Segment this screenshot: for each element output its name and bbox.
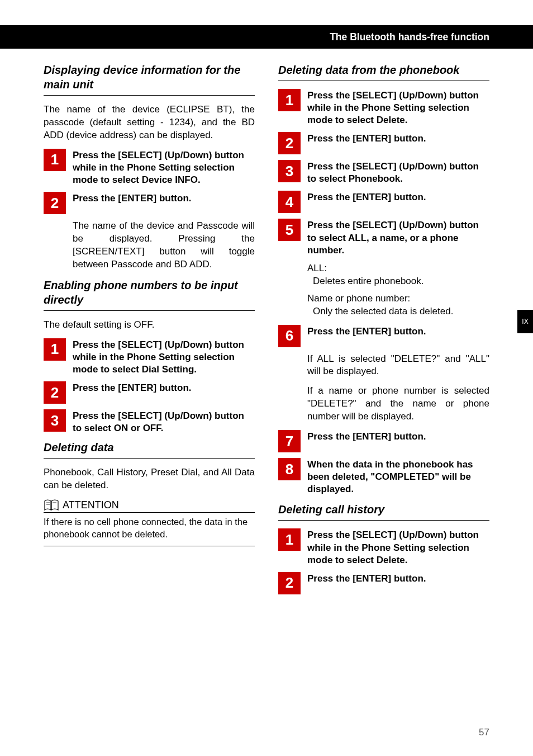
step-text: When the data in the phonebook has been … [307, 458, 489, 495]
section-intro: The default setting is OFF. [44, 319, 255, 332]
step-text: Press the [ENTER] button. [307, 325, 489, 347]
step-subtext: If ALL is selected "DELETE?" and "ALL" w… [307, 353, 489, 379]
right-column: Deleting data from the phonebook 1 Press… [278, 63, 489, 600]
section-title: Enabling phone numbers to be input direc… [44, 278, 255, 307]
step-text: Press the [SELECT] (Up/Down) button to s… [73, 409, 255, 434]
rule [44, 95, 255, 96]
section-title: Deleting data [44, 440, 255, 455]
header-title: The Bluetooth hands-free function [330, 31, 489, 43]
step-subtext: ALL: [307, 262, 489, 275]
step-text: Press the [SELECT] (Up/Down) button whil… [73, 338, 255, 376]
step-number-box: 1 [44, 149, 66, 171]
step-number-box: 2 [44, 192, 66, 214]
rule [278, 520, 489, 521]
step-number-box: 1 [44, 338, 66, 361]
step-number-box: 1 [278, 89, 301, 111]
rule [44, 310, 255, 311]
step-text: Press the [ENTER] button. [73, 192, 255, 214]
step-row: 2 Press the [ENTER] button. [44, 192, 255, 214]
step-row: 7 Press the [ENTER] button. [278, 430, 489, 452]
step-subtext: If a name or phone number is selected "D… [307, 385, 489, 423]
step-text: Press the [ENTER] button. [73, 381, 255, 404]
section-title: Deleting call history [278, 502, 489, 517]
step-subtext: Deletes entire phonebook. [313, 275, 489, 288]
step-number-box: 2 [278, 572, 301, 594]
step-number-box: 3 [278, 160, 301, 182]
header-bar: The Bluetooth hands-free function [0, 25, 533, 49]
step-row: 6 Press the [ENTER] button. [278, 325, 489, 347]
step-number-box: 7 [278, 430, 301, 452]
step-number-box: 8 [278, 458, 301, 480]
step-row: 3 Press the [SELECT] (Up/Down) button to… [278, 160, 489, 185]
step-number-box: 2 [44, 381, 66, 404]
section-intro: The name of the device (ECLIPSE BT), the… [44, 103, 255, 142]
step-row: 2 Press the [ENTER] button. [44, 381, 255, 404]
step-row: 1 Press the [SELECT] (Up/Down) button wh… [44, 149, 255, 186]
step-number-box: 3 [44, 409, 66, 432]
section-intro: Phonebook, Call History, Preset Dial, an… [44, 466, 255, 492]
step-text: Press the [ENTER] button. [307, 191, 489, 213]
step-row: 8 When the data in the phonebook has bee… [278, 458, 489, 495]
step-text: Press the [SELECT] (Up/Down) button to s… [307, 160, 489, 185]
step-number-box: 1 [278, 528, 301, 551]
rule [278, 81, 489, 81]
step-subtext: The name of the device and Passcode will… [73, 220, 255, 271]
step-text: Press the [SELECT] (Up/Down) button whil… [307, 89, 489, 126]
step-row: 3 Press the [SELECT] (Up/Down) button to… [44, 409, 255, 434]
step-number-box: 6 [278, 325, 301, 347]
attention-label: ATTENTION [63, 499, 119, 511]
rule [44, 458, 255, 459]
step-number-box: 4 [278, 191, 301, 213]
attention-block: ATTENTION If there is no cell phone conn… [44, 499, 255, 546]
book-icon [44, 499, 59, 511]
left-column: Displaying device information for the ma… [44, 63, 255, 600]
step-row: 1 Press the [SELECT] (Up/Down) button wh… [278, 89, 489, 126]
attention-header: ATTENTION [44, 499, 255, 513]
step-row: 2 Press the [ENTER] button. [278, 132, 489, 154]
step-row: 1 Press the [SELECT] (Up/Down) button wh… [44, 338, 255, 376]
step-text: Press the [SELECT] (Up/Down) button whil… [73, 149, 255, 186]
step-text: Press the [SELECT] (Up/Down) button whil… [307, 528, 489, 566]
step-subtext: Name or phone number: [307, 292, 489, 305]
attention-text: If there is no cell phone connected, the… [44, 516, 255, 540]
page: The Bluetooth hands-free function IX Dis… [0, 0, 533, 756]
step-row: 1 Press the [SELECT] (Up/Down) button wh… [278, 528, 489, 566]
section-title: Deleting data from the phonebook [278, 63, 489, 77]
side-tab-label: IX [522, 318, 528, 325]
step-text: Press the [ENTER] button. [307, 132, 489, 154]
step-subtext: Only the selected data is deleted. [313, 305, 489, 318]
step-row: 5 Press the [SELECT] (Up/Down) button to… [278, 219, 489, 256]
section-title: Displaying device information for the ma… [44, 63, 255, 92]
side-tab: IX [517, 310, 533, 333]
step-text: Press the [ENTER] button. [307, 572, 489, 594]
step-row: 4 Press the [ENTER] button. [278, 191, 489, 213]
content: Displaying device information for the ma… [44, 63, 489, 600]
step-text: Press the [SELECT] (Up/Down) button to s… [307, 219, 489, 256]
step-row: 2 Press the [ENTER] button. [278, 572, 489, 594]
step-number-box: 2 [278, 132, 301, 154]
step-number-box: 5 [278, 219, 301, 241]
step-text: Press the [ENTER] button. [307, 430, 489, 452]
page-number: 57 [479, 727, 489, 738]
rule [44, 546, 255, 546]
